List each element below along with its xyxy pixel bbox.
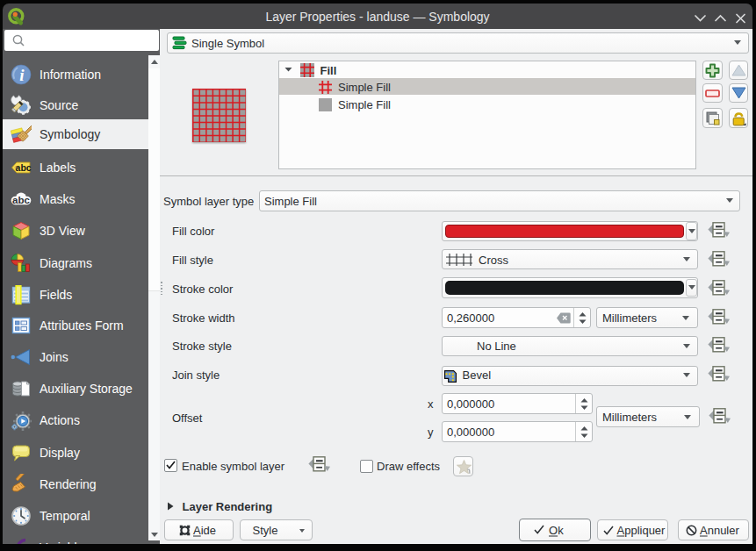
svg-text:abc: abc: [12, 195, 30, 205]
svg-text:i: i: [19, 66, 25, 84]
svg-text:abc: abc: [16, 162, 32, 173]
